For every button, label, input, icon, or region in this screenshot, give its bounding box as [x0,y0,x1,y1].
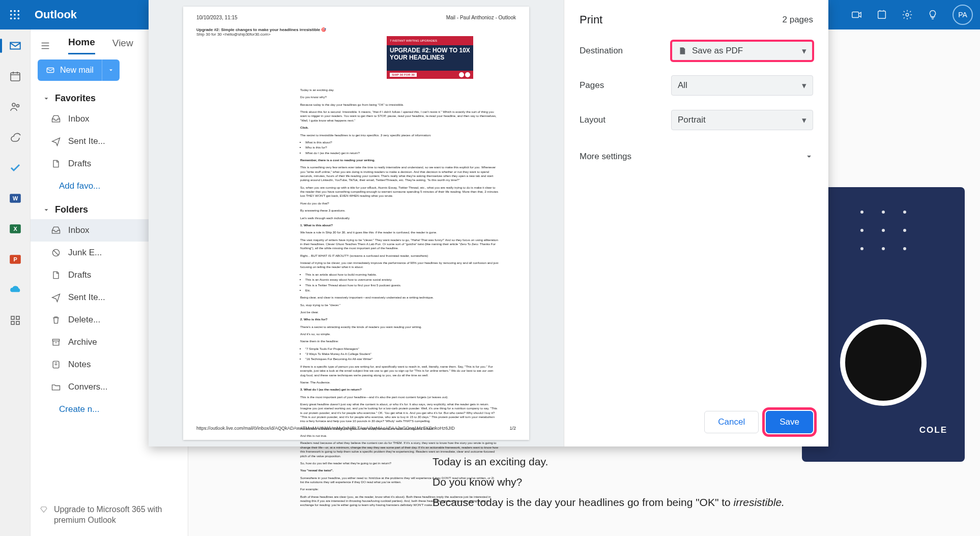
pages-select[interactable]: All ▾ [671,75,813,96]
user-avatar[interactable]: PA [953,5,973,25]
drafts-icon [51,159,61,169]
cancel-button[interactable]: Cancel [704,411,759,433]
rail-powerpoint-icon[interactable]: P [6,250,24,269]
svg-point-5 [18,14,20,16]
destination-label: Destination [580,46,671,56]
chevron-down-icon [43,206,50,214]
rail-mail-icon[interactable] [6,37,24,55]
inbox-icon [51,225,61,235]
rail-more-apps-icon[interactable] [6,311,24,330]
upsell-card[interactable]: Upgrade to Microsoft 365 with premium Ou… [31,494,188,536]
hamburger-icon[interactable] [40,40,51,51]
svg-rect-22 [16,316,19,319]
brand-title: Outlook [35,8,77,21]
tab-view[interactable]: View [112,38,133,54]
new-mail-caret[interactable] [102,59,120,81]
layout-label: Layout [580,115,671,125]
rail-calendar-icon[interactable] [6,67,24,85]
layout-select[interactable]: Portrait ▾ [671,110,813,130]
save-button[interactable]: Save [766,411,813,433]
svg-rect-12 [11,73,20,81]
diamond-icon [40,504,48,515]
svg-point-4 [14,14,16,16]
notes-icon[interactable] [869,0,895,29]
pdf-icon [678,46,687,55]
app-rail: W X P [0,29,31,536]
inbox-icon [51,114,61,124]
svg-point-11 [906,13,909,16]
print-title: Print [580,13,602,26]
caret-down-icon: ▾ [802,115,806,126]
svg-rect-10 [878,11,886,19]
notes-icon [51,360,61,370]
rail-word-icon[interactable]: W [6,189,24,207]
author-name: COLE [919,425,947,435]
message-body: Today is an exciting day. Do you know wh… [433,452,939,513]
caret-down-icon: ▾ [802,80,806,91]
rail-people-icon[interactable] [6,98,24,116]
destination-select[interactable]: Save as PDF ▾ [671,41,813,61]
pages-label: Pages [580,80,671,91]
sent-icon [51,136,61,146]
svg-point-6 [10,18,12,20]
svg-rect-21 [11,316,14,319]
svg-text:W: W [12,195,18,201]
tab-home[interactable]: Home [68,37,95,54]
svg-point-2 [18,10,20,12]
svg-text:P: P [13,256,17,262]
page-count: 2 pages [783,15,814,25]
print-dialog: 10/10/2023, 11:15 Mail - Paul Anthonioz … [149,0,828,446]
svg-point-14 [16,105,19,107]
tips-icon[interactable] [920,0,945,29]
rail-excel-icon[interactable]: X [6,220,24,238]
junk-icon [51,248,61,258]
rail-todo-icon[interactable] [6,159,24,177]
svg-text:X: X [13,226,17,232]
archive-icon [51,337,61,347]
svg-rect-27 [52,339,59,341]
svg-point-7 [14,18,16,20]
new-mail-label: New mail [60,66,94,75]
svg-point-13 [12,103,15,106]
svg-rect-24 [16,321,19,324]
caret-down-icon: ▾ [802,46,806,56]
svg-point-1 [14,10,16,12]
svg-rect-9 [852,12,859,18]
teams-icon[interactable] [844,0,869,29]
chevron-down-icon [805,153,813,161]
svg-point-3 [10,14,12,16]
new-mail-button[interactable]: New mail [38,59,120,81]
rail-onedrive-icon[interactable] [6,281,24,299]
rail-files-icon[interactable] [6,128,24,146]
preview-hero: 7 INSTANT WRITING UPGRADES UPGRADE #2: H… [387,36,473,79]
more-settings-toggle[interactable]: More settings [580,144,813,169]
sent-icon [51,292,61,303]
preview-page-1: 10/10/2023, 11:15 Mail - Paul Anthonioz … [183,7,529,440]
svg-point-8 [18,18,20,20]
print-preview-pane: 10/10/2023, 11:15 Mail - Paul Anthonioz … [149,0,564,446]
mail-icon [46,66,55,75]
trash-icon [51,315,61,325]
svg-point-0 [10,10,12,12]
svg-rect-23 [11,321,14,324]
author-avatar [840,319,927,406]
print-settings-pane: Print 2 pages Destination Save as PDF ▾ … [564,0,828,446]
app-launcher-icon[interactable] [0,0,30,29]
chevron-down-icon [43,95,50,102]
drafts-icon [51,270,61,280]
folder-icon [51,382,61,392]
settings-icon[interactable] [895,0,920,29]
